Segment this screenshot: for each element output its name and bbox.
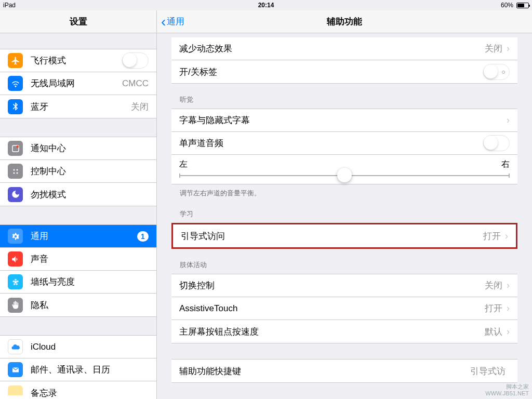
mail-icon [8,362,23,377]
row-value: 关闭 [485,280,502,291]
cloud-icon [8,339,23,354]
bluetooth-value: 关闭 [131,101,149,113]
chevron-right-icon: › [507,326,510,337]
row-value: 默认 [485,326,502,338]
status-bar: iPad 20:14 60% [0,0,532,10]
svg-point-5 [16,172,18,174]
sidebar-item-label: iCloud [31,342,149,352]
sidebar-item-mail[interactable]: 邮件、通讯录、日历 [0,358,156,381]
row-label: 减少动态效果 [179,43,485,55]
row-value: 打开 [485,302,502,314]
row-label: AssistiveTouch [179,303,485,314]
clock: 20:14 [258,2,274,9]
sidebar-item-dnd[interactable]: 勿扰模式 [0,183,156,206]
balance-right-label: 右 [501,159,510,170]
chevron-right-icon: › [505,231,508,242]
main-header: ‹ 通用 辅助功能 [157,10,532,33]
sidebar-item-notifications[interactable]: 通知中心 [0,137,156,160]
hand-icon [8,298,23,313]
sidebar-item-privacy[interactable]: 隐私 [0,294,156,316]
row-switch-control[interactable]: 切换控制 关闭 › [171,274,517,297]
moon-icon [8,187,23,202]
sidebar-item-label: 飞行模式 [31,55,122,66]
main-panel: ‹ 通用 辅助功能 减少动态效果 关闭 › 开/关标签 听觉 字幕与隐 [157,10,532,399]
sidebar-item-notes[interactable]: 备忘录 [0,381,156,399]
chevron-right-icon: › [507,43,510,54]
sidebar-item-general[interactable]: 通用 1 [0,225,156,248]
row-on-off-labels[interactable]: 开/关标签 [171,60,517,83]
sidebar-item-wallpaper[interactable]: 墙纸与亮度 [0,271,156,294]
back-button[interactable]: ‹ 通用 [157,15,184,29]
row-reduce-motion[interactable]: 减少动态效果 关闭 › [171,37,517,60]
slider-knob[interactable] [337,168,352,182]
on-off-labels-toggle[interactable] [483,64,510,80]
section-header-physical: 肢体活动 [157,249,532,274]
control-center-icon [8,164,23,179]
row-subtitles[interactable]: 字幕与隐藏式字幕 › [171,109,517,132]
flower-icon [8,274,23,289]
svg-point-11 [12,280,15,282]
chevron-right-icon: › [507,280,510,291]
chevron-right-icon: › [507,115,510,126]
sidebar-header: 设置 [0,10,156,33]
sidebar-item-label: 无线局域网 [31,77,122,89]
row-audio-balance[interactable]: 左 右 [171,155,517,184]
speaker-icon [8,251,23,267]
section-header-hearing: 听觉 [157,84,532,109]
bluetooth-icon [8,99,23,114]
row-label: 单声道音频 [179,137,483,149]
row-label: 切换控制 [179,280,485,291]
row-value: 引导式访 [470,365,506,377]
svg-point-1 [16,145,19,148]
back-label: 通用 [167,16,184,28]
sidebar-item-label: 备忘录 [31,387,149,399]
battery-icon [516,3,529,8]
row-label: 引导式访问 [181,230,483,242]
airplane-toggle[interactable] [122,52,149,69]
row-value: 关闭 [485,43,502,55]
gear-icon [8,229,23,244]
svg-point-9 [16,283,18,285]
row-label: 辅助功能快捷键 [179,365,470,377]
sidebar-item-label: 墙纸与亮度 [31,276,149,288]
svg-point-3 [16,169,18,170]
sidebar-item-label: 通用 [31,230,137,242]
sidebar-item-label: 勿扰模式 [31,189,149,201]
general-badge: 1 [137,231,149,242]
chevron-left-icon: ‹ [161,15,166,29]
watermark: 脚本之家 WWW.JB51.NET [485,383,529,397]
row-label: 开/关标签 [179,66,483,78]
row-guided-access[interactable]: 引导式访问 打开 › [173,224,516,247]
row-mono-audio[interactable]: 单声道音频 [171,132,517,155]
sidebar-item-label: 通知中心 [31,142,149,154]
sidebar-item-airplane[interactable]: 飞行模式 [0,49,156,72]
chevron-right-icon: › [507,303,510,314]
svg-point-4 [13,172,15,174]
notifications-icon [8,141,23,156]
page-title: 辅助功能 [327,16,362,28]
row-accessibility-shortcut[interactable]: 辅助功能快捷键 引导式访 [171,360,517,382]
wifi-network-value: CMCC [122,78,149,89]
wifi-icon [8,76,23,91]
battery-pct: 60% [501,2,513,9]
notes-icon [8,385,23,400]
balance-slider[interactable] [179,175,510,176]
row-home-click-speed[interactable]: 主屏幕按钮点按速度 默认 › [171,320,517,343]
airplane-icon [8,53,23,68]
row-label: 主屏幕按钮点按速度 [179,326,485,338]
sidebar-item-label: 蓝牙 [31,101,131,113]
svg-point-8 [16,280,18,282]
mono-audio-toggle[interactable] [483,135,510,151]
sidebar-item-sounds[interactable]: 声音 [0,248,156,271]
sidebar-item-control-center[interactable]: 控制中心 [0,160,156,183]
svg-point-7 [15,278,17,281]
row-label: 字幕与隐藏式字幕 [179,114,507,126]
sidebar-item-wifi[interactable]: 无线局域网 CMCC [0,72,156,95]
sidebar-item-bluetooth[interactable]: 蓝牙 关闭 [0,95,156,118]
device-label: iPad [3,2,16,9]
sidebar-item-icloud[interactable]: iCloud [0,336,156,358]
svg-point-10 [13,283,15,285]
row-assistive-touch[interactable]: AssistiveTouch 打开 › [171,297,517,320]
svg-point-6 [14,281,17,283]
section-footer-hearing: 调节左右声道的音量平衡。 [157,184,532,198]
